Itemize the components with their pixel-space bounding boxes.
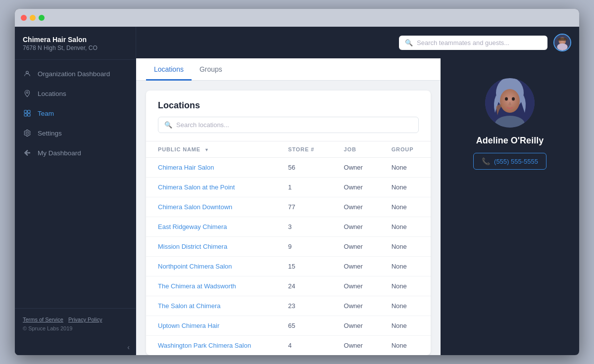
job-cell: Owner <box>332 257 380 276</box>
locations-search-bar: 🔍 <box>158 117 419 133</box>
sidebar-item-my-dashboard[interactable]: My Dashboard <box>15 143 136 163</box>
group-cell: None <box>380 316 431 336</box>
svg-rect-2 <box>28 110 30 113</box>
search-input[interactable] <box>417 39 542 46</box>
svg-rect-3 <box>24 114 27 116</box>
table-row: The Chimera at Wadsworth 24 Owner None <box>146 276 431 296</box>
sidebar-footer: Terms of Service Privacy Policy © Spruce… <box>15 308 136 339</box>
close-button[interactable] <box>21 15 27 21</box>
store-num: 65 <box>276 316 332 336</box>
group-cell: None <box>380 197 431 217</box>
job-cell: Owner <box>332 178 380 197</box>
table-row: Chimera Salon Downtown 77 Owner None <box>146 197 431 217</box>
topbar: 🔍 <box>136 27 579 58</box>
table-row: East Ridgeway Chimera 3 Owner None <box>146 217 431 237</box>
profile-phone[interactable]: 📞 (555) 555-5555 <box>473 153 546 170</box>
maximize-button[interactable] <box>39 15 45 21</box>
group-cell: None <box>380 257 431 276</box>
location-name-link[interactable]: East Ridgeway Chimera <box>158 223 227 230</box>
sidebar-label-team: Team <box>38 110 54 117</box>
job-cell: Owner <box>332 197 380 217</box>
svg-point-7 <box>557 44 567 50</box>
locations-card-header: Locations 🔍 <box>146 91 431 141</box>
team-icon <box>23 109 32 118</box>
terms-link[interactable]: Terms of Service <box>23 317 63 322</box>
window-controls <box>21 15 45 21</box>
col-store-num: STORE # <box>276 141 332 158</box>
sidebar-nav: Organization Dashboard Locations Team <box>15 60 136 308</box>
job-cell: Owner <box>332 336 380 356</box>
locations-search-icon: 🔍 <box>164 121 172 129</box>
table-row: Washington Park Chimera Salon 4 Owner No… <box>146 336 431 356</box>
phone-icon: 📞 <box>482 157 490 165</box>
sort-arrow-icon: ▼ <box>204 147 209 152</box>
back-icon <box>23 148 32 157</box>
avatar-image <box>554 35 570 50</box>
tab-groups[interactable]: Groups <box>192 58 230 81</box>
content-area: 🔍 <box>136 27 579 355</box>
location-name-link[interactable]: The Salon at Chimera <box>158 302 220 310</box>
group-cell: None <box>380 178 431 197</box>
location-name-link[interactable]: Chimera Salon at the Point <box>158 183 235 191</box>
titlebar <box>15 9 579 27</box>
location-name-link[interactable]: Chimera Salon Downtown <box>158 203 232 211</box>
store-num: 77 <box>276 197 332 217</box>
collapse-icon[interactable]: ‹ <box>127 343 130 351</box>
footer-links: Terms of Service Privacy Policy <box>23 317 128 322</box>
org-icon <box>23 69 32 78</box>
location-name-link[interactable]: Uptown Chimera Hair <box>158 322 219 329</box>
locations-container: Locations 🔍 PUBLIC <box>136 81 441 355</box>
sidebar-header: Chimera Hair Salon 7678 N High St, Denve… <box>15 27 136 60</box>
location-icon <box>23 89 32 98</box>
svg-rect-4 <box>28 114 30 116</box>
group-cell: None <box>380 336 431 356</box>
profile-avatar <box>485 78 535 128</box>
search-icon: 🔍 <box>405 39 413 46</box>
sidebar-item-settings[interactable]: Settings <box>15 123 136 143</box>
copyright: © Spruce Labs 2019 <box>23 325 128 331</box>
group-cell: None <box>380 276 431 296</box>
job-cell: Owner <box>332 217 380 237</box>
table-row: The Salon at Chimera 23 Owner None <box>146 296 431 316</box>
store-num: 15 <box>276 257 332 276</box>
job-cell: Owner <box>332 237 380 257</box>
locations-search-input[interactable] <box>176 121 412 129</box>
sidebar-label-org-dashboard: Organization Dashboard <box>38 70 110 78</box>
store-num: 56 <box>276 158 332 178</box>
content-inner: Locations Groups Locations 🔍 <box>136 58 579 355</box>
privacy-link[interactable]: Privacy Policy <box>68 317 102 322</box>
svg-point-14 <box>512 97 515 101</box>
location-name-link[interactable]: Northpoint Chimera Salon <box>158 263 232 270</box>
sidebar-item-locations[interactable]: Locations <box>15 84 136 103</box>
main-layout: Chimera Hair Salon 7678 N High St, Denve… <box>15 27 579 355</box>
minimize-button[interactable] <box>30 15 36 21</box>
location-name-link[interactable]: The Chimera at Wadsworth <box>158 282 236 290</box>
search-bar: 🔍 <box>399 36 547 50</box>
settings-icon <box>23 129 32 137</box>
job-cell: Owner <box>332 296 380 316</box>
col-public-name[interactable]: PUBLIC NAME ▼ <box>146 141 276 158</box>
sidebar-label-locations: Locations <box>38 90 66 97</box>
locations-table: PUBLIC NAME ▼ STORE # JOB GROUP <box>146 141 431 355</box>
sidebar-item-team[interactable]: Team <box>15 103 136 123</box>
store-num: 23 <box>276 296 332 316</box>
group-cell: None <box>380 158 431 178</box>
table-row: Chimera Hair Salon 56 Owner None <box>146 158 431 178</box>
sidebar-item-org-dashboard[interactable]: Organization Dashboard <box>15 64 136 84</box>
app-window: Chimera Hair Salon 7678 N High St, Denve… <box>15 9 579 355</box>
group-cell: None <box>380 237 431 257</box>
sidebar-collapse: ‹ <box>15 339 136 355</box>
table-row: Uptown Chimera Hair 65 Owner None <box>146 316 431 336</box>
location-name-link[interactable]: Washington Park Chimera Salon <box>158 342 251 349</box>
tab-locations[interactable]: Locations <box>146 58 192 81</box>
profile-phone-number: (555) 555-5555 <box>494 158 538 165</box>
location-name-link[interactable]: Chimera Hair Salon <box>158 164 214 171</box>
store-num: 24 <box>276 276 332 296</box>
org-name: Chimera Hair Salon <box>23 36 128 44</box>
svg-point-12 <box>500 89 520 113</box>
profile-name: Adeline O'Reilly <box>476 136 544 146</box>
group-cell: None <box>380 296 431 316</box>
location-name-link[interactable]: Mission District Chimera <box>158 243 227 250</box>
group-cell: None <box>380 217 431 237</box>
avatar[interactable] <box>553 34 571 51</box>
